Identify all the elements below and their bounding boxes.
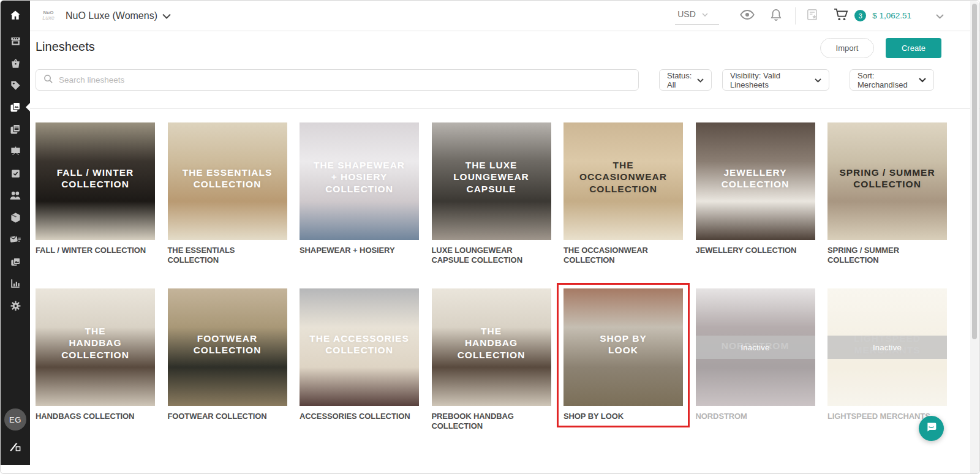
linesheet-name: ACCESSORIES COLLECTION (300, 412, 419, 434)
linesheet-cover-image: THE HANDBAG COLLECTION Inactive (432, 288, 551, 406)
saved-linesheet-button[interactable] (807, 9, 818, 23)
linesheet-name: PREBOOK HANDBAG COLLECTION (432, 412, 551, 434)
settings-icon (10, 300, 21, 312)
linesheet-name: FALL / WINTER COLLECTION (36, 246, 155, 268)
sidebar-item-campaigns[interactable] (1, 228, 30, 250)
linesheet-card[interactable]: FALL / WINTER COLLECTION Inactive FALL /… (36, 122, 155, 268)
linesheet-cover-title: THE ACCESSORIES COLLECTION (303, 333, 415, 356)
linesheet-cover-title: FOOTWEAR COLLECTION (172, 333, 284, 356)
scrollbar-track (970, 1, 979, 474)
import-button[interactable]: Import (820, 38, 874, 58)
linesheet-cover-image: SHOP BY LOOK Inactive (564, 288, 683, 406)
cart-icon (834, 8, 848, 23)
linesheet-cover-image: FOOTWEAR COLLECTION Inactive (168, 288, 287, 406)
linesheet-cover-image: THE HANDBAG COLLECTION Inactive (36, 288, 155, 406)
linesheet-grid: FALL / WINTER COLLECTION Inactive FALL /… (30, 109, 979, 434)
sidebar-item-tag[interactable] (1, 74, 30, 96)
chevron-down-icon (697, 75, 704, 85)
avatar[interactable]: EG (4, 408, 26, 431)
status-filter-dropdown[interactable]: Status: All (659, 69, 712, 91)
eye-icon (740, 10, 755, 22)
sidebar-item-documents[interactable] (1, 118, 30, 140)
analytics-icon (10, 278, 21, 289)
linesheet-card[interactable]: THE HANDBAG COLLECTION Inactive PREBOOK … (432, 288, 551, 434)
linesheet-name: HANDBAGS COLLECTION (36, 412, 155, 434)
linesheet-name: SHOP BY LOOK (564, 412, 683, 434)
create-button[interactable]: Create (886, 38, 941, 58)
preview-button[interactable] (740, 10, 755, 22)
linesheet-card[interactable]: JEWELLERY COLLECTION Inactive JEWELLERY … (696, 122, 815, 268)
linesheet-cover-image: SPRING / SUMMER COLLECTION Inactive (827, 122, 947, 240)
linesheet-card[interactable]: NORDSTROM Inactive NORDSTROM (696, 288, 815, 434)
cart-button[interactable]: 3 $ 1,062.51 (834, 8, 911, 23)
linesheet-card[interactable]: THE OCCASIONWEAR COLLECTION Inactive THE… (564, 122, 683, 268)
linesheet-cover-image: THE LUXE LOUNGEWEAR CAPSULE Inactive (432, 122, 551, 240)
linesheet-cover-title: SHOP BY LOOK (567, 333, 679, 356)
nuorder-logo-icon[interactable] (9, 442, 22, 455)
sidebar-item-customers[interactable] (1, 184, 30, 206)
account-name: NuO Luxe (Womens) (66, 10, 157, 21)
search-input[interactable] (59, 75, 631, 85)
gallery-icon (10, 256, 21, 268)
search-box (36, 69, 639, 91)
linesheet-cover-image: THE ESSENTIALS COLLECTION Inactive (168, 122, 287, 240)
linesheet-cover-title: FALL / WINTER COLLECTION (39, 167, 151, 190)
scrollbar-thumb[interactable] (972, 4, 977, 339)
sort-label: Sort: Merchandised (858, 71, 914, 89)
linesheet-card[interactable]: THE HANDBAG COLLECTION Inactive HANDBAGS… (36, 288, 155, 434)
sidebar-item-presentation[interactable] (1, 140, 30, 162)
linesheet-cover-image: THE ACCESSORIES COLLECTION Inactive (300, 288, 419, 406)
topbar: NuO Luxe NuO Luxe (Womens) USD (30, 1, 979, 31)
sidebar-item-products[interactable] (1, 206, 30, 228)
main-content: Linesheets Import Create Status: All Vis… (30, 31, 979, 464)
sidebar-item-tasks[interactable] (1, 162, 30, 184)
linesheet-cover-title: SPRING / SUMMER COLLECTION (831, 167, 943, 190)
bell-icon (771, 9, 782, 23)
sort-dropdown[interactable]: Sort: Merchandised (850, 69, 934, 91)
linesheet-card[interactable]: SHOP BY LOOK Inactive SHOP BY LOOK (564, 288, 683, 434)
linesheet-cover-image: THE SHAPEWEAR + HOSIERY COLLECTION Inact… (300, 122, 419, 240)
cart-count-badge: 3 (854, 10, 866, 21)
sidebar-item-home[interactable] (1, 1, 30, 30)
products-icon (10, 212, 21, 224)
sidebar-item-linesheets[interactable] (1, 96, 30, 118)
linesheet-card[interactable]: THE SHAPEWEAR + HOSIERY COLLECTION Inact… (300, 122, 419, 268)
inactive-badge: Inactive (827, 336, 947, 359)
linesheet-name: FOOTWEAR COLLECTION (168, 412, 287, 434)
linesheet-card[interactable]: THE ACCESSORIES COLLECTION Inactive ACCE… (300, 288, 419, 434)
active-nav-indicator (26, 103, 30, 111)
linesheet-cover-image: THE OCCASIONWEAR COLLECTION Inactive (564, 122, 683, 240)
sidebar-item-settings[interactable] (1, 295, 30, 317)
linesheet-card[interactable]: FOOTWEAR COLLECTION Inactive FOOTWEAR CO… (168, 288, 287, 434)
sidebar-item-storefront[interactable] (1, 30, 30, 52)
chat-icon (925, 421, 938, 436)
topbar-divider (795, 7, 796, 24)
sidebar-item-analytics[interactable] (1, 273, 30, 295)
cart-expand-button[interactable] (936, 10, 944, 21)
chevron-down-icon (162, 10, 171, 21)
notifications-button[interactable] (771, 9, 782, 23)
currency-select[interactable]: USD (675, 6, 719, 25)
brand-logo[interactable]: NuO Luxe (37, 7, 59, 25)
sidebar: EG (1, 1, 30, 465)
linesheet-cover-title: THE ESSENTIALS COLLECTION (172, 167, 284, 190)
document-star-icon (807, 9, 818, 23)
linesheet-card[interactable]: SPRING / SUMMER COLLECTION Inactive SPRI… (827, 122, 947, 268)
linesheet-cover-title: THE HANDBAG COLLECTION (39, 325, 151, 361)
linesheet-name: LUXE LOUNGEWEAR CAPSULE COLLECTION (432, 246, 551, 268)
account-switcher[interactable]: NuO Luxe (Womens) (66, 10, 171, 21)
storefront-icon (10, 36, 21, 47)
campaigns-icon (9, 233, 21, 246)
linesheet-card[interactable]: LIGHTSPEED MERCHANTS Inactive LIGHTSPEED… (827, 288, 947, 434)
chevron-down-icon (919, 75, 926, 85)
linesheet-card[interactable]: THE LUXE LOUNGEWEAR CAPSULE Inactive LUX… (432, 122, 551, 268)
linesheets-icon (9, 101, 21, 113)
visibility-filter-dropdown[interactable]: Visibility: Valid Linesheets (722, 69, 829, 91)
sidebar-item-basket[interactable] (1, 52, 30, 74)
basket-icon (10, 58, 21, 69)
linesheet-name: NORDSTROM (696, 412, 815, 434)
sidebar-item-gallery[interactable] (1, 250, 30, 273)
linesheet-cover-image: JEWELLERY COLLECTION Inactive (696, 122, 815, 240)
chat-launcher-button[interactable] (919, 416, 944, 441)
linesheet-card[interactable]: THE ESSENTIALS COLLECTION Inactive THE E… (168, 122, 287, 268)
